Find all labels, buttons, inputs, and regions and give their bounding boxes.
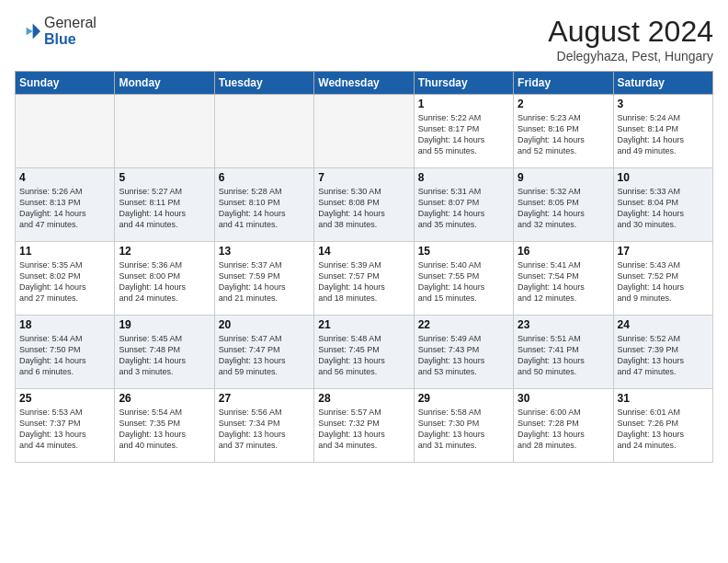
col-thursday: Thursday <box>414 72 513 95</box>
day-number: 28 <box>318 392 409 405</box>
cell-details: Sunrise: 5:58 AMSunset: 7:30 PMDaylight:… <box>418 407 509 452</box>
day-number: 12 <box>119 245 210 258</box>
table-row: 11Sunrise: 5:35 AMSunset: 8:02 PMDayligh… <box>16 242 115 316</box>
cell-details: Sunrise: 5:33 AMSunset: 8:04 PMDaylight:… <box>618 186 709 231</box>
table-row: 23Sunrise: 5:51 AMSunset: 7:41 PMDayligh… <box>514 316 613 389</box>
col-monday: Monday <box>115 72 214 95</box>
cell-details: Sunrise: 6:01 AMSunset: 7:26 PMDaylight:… <box>618 407 709 452</box>
col-saturday: Saturday <box>613 72 712 95</box>
day-number: 22 <box>418 318 509 331</box>
day-number: 18 <box>19 318 110 331</box>
table-row: 12Sunrise: 5:36 AMSunset: 8:00 PMDayligh… <box>115 242 214 316</box>
day-number: 11 <box>19 245 110 258</box>
table-row: 4Sunrise: 5:26 AMSunset: 8:13 PMDaylight… <box>16 168 115 242</box>
cell-details: Sunrise: 6:00 AMSunset: 7:28 PMDaylight:… <box>518 407 609 452</box>
table-row: 13Sunrise: 5:37 AMSunset: 7:59 PMDayligh… <box>214 242 313 316</box>
calendar-table: Sunday Monday Tuesday Wednesday Thursday… <box>15 71 713 463</box>
calendar-row: 4Sunrise: 5:26 AMSunset: 8:13 PMDaylight… <box>16 168 713 242</box>
day-number: 2 <box>518 98 609 110</box>
day-number: 19 <box>119 318 210 331</box>
table-row: 31Sunrise: 6:01 AMSunset: 7:26 PMDayligh… <box>613 389 712 463</box>
cell-details: Sunrise: 5:54 AMSunset: 7:35 PMDaylight:… <box>119 407 210 452</box>
day-number: 21 <box>318 318 409 331</box>
table-row: 5Sunrise: 5:27 AMSunset: 8:11 PMDaylight… <box>115 168 214 242</box>
cell-details: Sunrise: 5:22 AMSunset: 8:17 PMDaylight:… <box>418 112 509 157</box>
cell-details: Sunrise: 5:37 AMSunset: 7:59 PMDaylight:… <box>219 259 310 304</box>
table-row: 9Sunrise: 5:32 AMSunset: 8:05 PMDaylight… <box>514 168 613 242</box>
day-number: 14 <box>318 245 409 258</box>
table-row: 8Sunrise: 5:31 AMSunset: 8:07 PMDaylight… <box>414 168 513 242</box>
day-number: 26 <box>119 392 210 405</box>
cell-details: Sunrise: 5:52 AMSunset: 7:39 PMDaylight:… <box>618 333 709 378</box>
day-number: 23 <box>518 318 609 331</box>
day-number: 25 <box>19 392 110 405</box>
cell-details: Sunrise: 5:27 AMSunset: 8:11 PMDaylight:… <box>119 186 210 231</box>
cell-details: Sunrise: 5:28 AMSunset: 8:10 PMDaylight:… <box>219 186 310 231</box>
calendar-row: 25Sunrise: 5:53 AMSunset: 7:37 PMDayligh… <box>16 389 713 463</box>
table-row: 15Sunrise: 5:40 AMSunset: 7:55 PMDayligh… <box>414 242 513 316</box>
cell-details: Sunrise: 5:35 AMSunset: 8:02 PMDaylight:… <box>19 259 110 304</box>
day-number: 16 <box>518 245 609 258</box>
logo-blue: Blue <box>44 31 76 47</box>
table-row: 26Sunrise: 5:54 AMSunset: 7:35 PMDayligh… <box>115 389 214 463</box>
table-row: 28Sunrise: 5:57 AMSunset: 7:32 PMDayligh… <box>314 389 414 463</box>
day-number: 20 <box>219 318 310 331</box>
cell-details: Sunrise: 5:53 AMSunset: 7:37 PMDaylight:… <box>19 407 110 452</box>
day-number: 13 <box>219 245 310 258</box>
page-header: General Blue August 2024 Delegyhaza, Pes… <box>15 15 713 63</box>
table-row: 3Sunrise: 5:24 AMSunset: 8:14 PMDaylight… <box>613 95 712 168</box>
cell-details: Sunrise: 5:48 AMSunset: 7:45 PMDaylight:… <box>318 333 409 378</box>
cell-details: Sunrise: 5:30 AMSunset: 8:08 PMDaylight:… <box>318 186 409 231</box>
month-title: August 2024 <box>548 15 713 49</box>
cell-details: Sunrise: 5:43 AMSunset: 7:52 PMDaylight:… <box>618 259 709 304</box>
cell-details: Sunrise: 5:24 AMSunset: 8:14 PMDaylight:… <box>618 112 709 157</box>
table-row: 27Sunrise: 5:56 AMSunset: 7:34 PMDayligh… <box>214 389 313 463</box>
table-row: 30Sunrise: 6:00 AMSunset: 7:28 PMDayligh… <box>514 389 613 463</box>
page-container: General Blue August 2024 Delegyhaza, Pes… <box>0 0 728 563</box>
day-number: 9 <box>518 171 609 184</box>
svg-marker-0 <box>33 24 40 40</box>
calendar-row: 18Sunrise: 5:44 AMSunset: 7:50 PMDayligh… <box>16 316 713 389</box>
logo: General Blue <box>15 15 97 48</box>
table-row: 24Sunrise: 5:52 AMSunset: 7:39 PMDayligh… <box>613 316 712 389</box>
table-row: 1Sunrise: 5:22 AMSunset: 8:17 PMDaylight… <box>414 95 513 168</box>
cell-details: Sunrise: 5:40 AMSunset: 7:55 PMDaylight:… <box>418 259 509 304</box>
day-number: 8 <box>418 171 509 184</box>
day-number: 29 <box>418 392 509 405</box>
title-section: August 2024 Delegyhaza, Pest, Hungary <box>548 15 713 63</box>
col-friday: Friday <box>514 72 613 95</box>
cell-details: Sunrise: 5:26 AMSunset: 8:13 PMDaylight:… <box>19 186 110 231</box>
location: Delegyhaza, Pest, Hungary <box>548 49 713 63</box>
cell-details: Sunrise: 5:44 AMSunset: 7:50 PMDaylight:… <box>19 333 110 378</box>
col-wednesday: Wednesday <box>314 72 414 95</box>
logo-icon <box>15 18 40 44</box>
day-number: 4 <box>19 171 110 184</box>
day-number: 1 <box>418 98 509 110</box>
table-row: 19Sunrise: 5:45 AMSunset: 7:48 PMDayligh… <box>115 316 214 389</box>
table-row: 7Sunrise: 5:30 AMSunset: 8:08 PMDaylight… <box>314 168 414 242</box>
table-row: 2Sunrise: 5:23 AMSunset: 8:16 PMDaylight… <box>514 95 613 168</box>
table-row: 14Sunrise: 5:39 AMSunset: 7:57 PMDayligh… <box>314 242 414 316</box>
table-row: 29Sunrise: 5:58 AMSunset: 7:30 PMDayligh… <box>414 389 513 463</box>
table-row <box>314 95 414 168</box>
day-number: 15 <box>418 245 509 258</box>
cell-details: Sunrise: 5:47 AMSunset: 7:47 PMDaylight:… <box>219 333 310 378</box>
table-row: 17Sunrise: 5:43 AMSunset: 7:52 PMDayligh… <box>613 242 712 316</box>
table-row: 10Sunrise: 5:33 AMSunset: 8:04 PMDayligh… <box>613 168 712 242</box>
table-row <box>214 95 313 168</box>
calendar-row: 1Sunrise: 5:22 AMSunset: 8:17 PMDaylight… <box>16 95 713 168</box>
table-row <box>16 95 115 168</box>
cell-details: Sunrise: 5:49 AMSunset: 7:43 PMDaylight:… <box>418 333 509 378</box>
day-number: 5 <box>119 171 210 184</box>
table-row: 21Sunrise: 5:48 AMSunset: 7:45 PMDayligh… <box>314 316 414 389</box>
day-number: 17 <box>618 245 709 258</box>
table-row: 25Sunrise: 5:53 AMSunset: 7:37 PMDayligh… <box>16 389 115 463</box>
calendar-header-row: Sunday Monday Tuesday Wednesday Thursday… <box>16 72 713 95</box>
day-number: 24 <box>618 318 709 331</box>
day-number: 10 <box>618 171 709 184</box>
table-row: 6Sunrise: 5:28 AMSunset: 8:10 PMDaylight… <box>214 168 313 242</box>
table-row <box>115 95 214 168</box>
cell-details: Sunrise: 5:57 AMSunset: 7:32 PMDaylight:… <box>318 407 409 452</box>
cell-details: Sunrise: 5:31 AMSunset: 8:07 PMDaylight:… <box>418 186 509 231</box>
day-number: 6 <box>219 171 310 184</box>
